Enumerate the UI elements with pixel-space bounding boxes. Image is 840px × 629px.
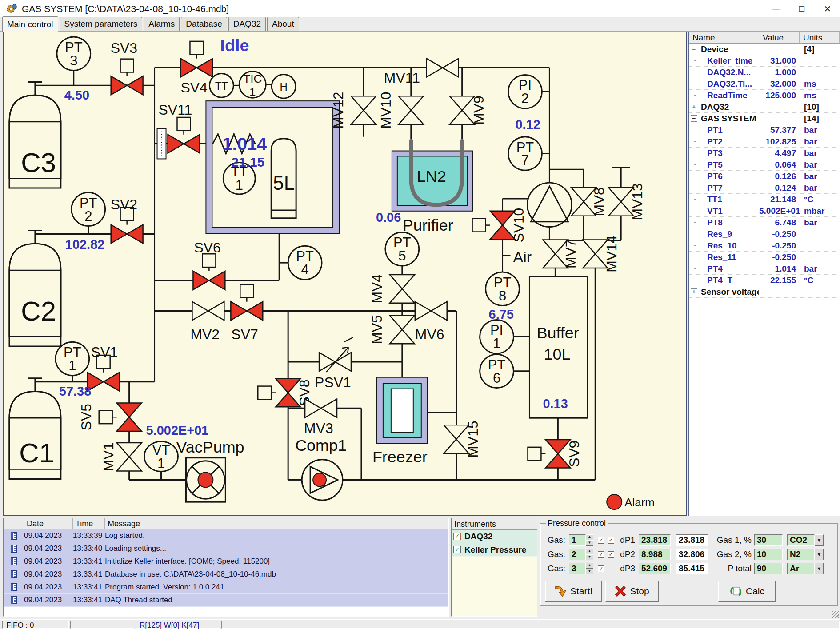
tree-row-daq32[interactable]: +DAQ32[10] bbox=[689, 101, 840, 113]
instrument-item-keller-pressure[interactable]: ✓Keller Pressure bbox=[452, 543, 537, 557]
gas1-select-arrow-icon[interactable]: ▼ bbox=[815, 534, 824, 546]
calc-button[interactable]: Calc bbox=[718, 581, 776, 602]
instrument-pt7[interactable]: PT7 bbox=[508, 137, 542, 171]
minimize-button[interactable]: — bbox=[763, 0, 789, 17]
instrument-item-daq32[interactable]: ✓DAQ32 bbox=[452, 530, 537, 543]
gas1-spin-up[interactable]: ▲ bbox=[586, 534, 593, 540]
gas2-checkbox-a[interactable]: ✓ bbox=[598, 551, 604, 558]
tree-row-readtime[interactable]: ReadTime125.000ms bbox=[689, 90, 840, 101]
tab-daq32[interactable]: DAQ32 bbox=[228, 17, 266, 31]
ptotal-field[interactable]: 90 bbox=[754, 563, 783, 574]
log-row[interactable]: 09.04.202313:33:41DAQ Thread started bbox=[4, 594, 448, 607]
dp3-readback-field[interactable]: 85.415 bbox=[676, 563, 708, 574]
instrument-checkbox[interactable]: ✓ bbox=[453, 533, 461, 540]
tree-row-sensor-voltage[interactable]: +Sensor voltage bbox=[689, 286, 840, 298]
tree-column-units[interactable]: Units bbox=[800, 32, 840, 44]
valve-mv12[interactable]: MV12 bbox=[330, 92, 376, 128]
gas2-spin-down[interactable]: ▼ bbox=[586, 554, 593, 560]
tree-row-daq32-ti-[interactable]: DAQ32.Ti...32.000ms bbox=[689, 78, 840, 90]
valve-mv15[interactable]: MV15 bbox=[444, 421, 481, 457]
gas2-select[interactable]: N2▼ bbox=[787, 549, 824, 560]
instrument-tic1[interactable]: TIC1 bbox=[239, 72, 266, 99]
resize-grip[interactable] bbox=[832, 611, 839, 618]
valve-mv2[interactable]: MV2 bbox=[190, 302, 224, 343]
instrument-checkbox[interactable]: ✓ bbox=[453, 546, 461, 553]
valve-mv14[interactable]: MV14 bbox=[583, 236, 620, 272]
valve-sv4[interactable]: SV4 bbox=[180, 41, 212, 96]
gas1-select[interactable]: CO2▼ bbox=[787, 534, 824, 546]
dp1-readback-field[interactable]: 23.818 bbox=[676, 534, 708, 546]
dp1-setpoint-field[interactable]: 23.818 bbox=[639, 534, 671, 546]
valve-mv13[interactable]: MV13 bbox=[608, 183, 645, 220]
log-row[interactable]: 09.04.202313:33:41Initialize Keller inte… bbox=[4, 555, 448, 568]
valve-psv1[interactable]: PSV1 bbox=[315, 337, 353, 390]
dp3-setpoint-field[interactable]: 52.609 bbox=[639, 563, 671, 574]
dp2-readback-field[interactable]: 32.806 bbox=[676, 549, 708, 560]
tree-row-gas-system[interactable]: −GAS SYSTEM[14] bbox=[689, 113, 840, 124]
log-column-date[interactable]: Date bbox=[24, 518, 73, 529]
gas2-checkbox-b[interactable]: ✓ bbox=[608, 551, 614, 558]
log-row[interactable]: 09.04.202313:33:41Database in use: C:\DA… bbox=[4, 568, 448, 581]
valve-mv11[interactable]: MV11 bbox=[384, 59, 459, 86]
instrument-pi2[interactable]: PI2 bbox=[508, 75, 542, 108]
gas3-spin-down[interactable]: ▼ bbox=[586, 569, 593, 574]
gas2-spinner[interactable]: 2▲▼ bbox=[569, 549, 593, 560]
tree-row-res-11[interactable]: Res_11-0.250 bbox=[689, 252, 840, 263]
valve-mv10[interactable]: MV10 bbox=[378, 92, 424, 128]
valve-sv2[interactable]: SV2 bbox=[111, 196, 143, 244]
tree-row-pt4[interactable]: PT41.014bar bbox=[689, 263, 840, 275]
start-button[interactable]: Start! bbox=[545, 581, 602, 602]
instrument-pi1[interactable]: PI1 bbox=[480, 320, 514, 353]
alarm-indicator[interactable] bbox=[607, 494, 622, 509]
gas3-spin-up[interactable]: ▲ bbox=[586, 563, 593, 569]
gas2-spin-up[interactable]: ▲ bbox=[586, 549, 593, 554]
valve-mv1[interactable]: MV1 bbox=[100, 442, 142, 471]
tree-row-pt2[interactable]: PT2102.825bar bbox=[689, 136, 840, 148]
close-button[interactable]: ✕ bbox=[815, 0, 840, 17]
collapse-icon[interactable]: − bbox=[691, 115, 697, 122]
tab-main-control[interactable]: Main control bbox=[2, 16, 58, 32]
instrument-pt6[interactable]: PT6 bbox=[480, 354, 514, 388]
gas3-select-arrow-icon[interactable]: ▼ bbox=[815, 563, 824, 574]
tree-row-device[interactable]: −Device[4] bbox=[689, 44, 840, 55]
tree-row-res-9[interactable]: Res_9-0.250 bbox=[689, 228, 840, 240]
tree-row-tt1[interactable]: TT121.148°C bbox=[689, 194, 840, 205]
tree-row-pt5[interactable]: PT50.064bar bbox=[689, 159, 840, 171]
instrument-pt2[interactable]: PT2 bbox=[72, 192, 105, 226]
valve-mv8[interactable]: MV8 bbox=[571, 187, 607, 216]
valve-sv10[interactable]: SV10 bbox=[472, 208, 527, 243]
valve-sv8[interactable]: SV8 bbox=[258, 379, 312, 407]
tree-row-pt4-t[interactable]: PT4_T22.155°C bbox=[689, 275, 840, 286]
instrument-tt[interactable]: TT bbox=[209, 73, 233, 97]
instrument-pt1[interactable]: PT1 bbox=[56, 342, 89, 376]
valve-mv5[interactable]: MV5 bbox=[369, 315, 415, 344]
tree-row-pt7[interactable]: PT70.124bar bbox=[689, 182, 840, 194]
tree-column-value[interactable]: Value bbox=[759, 32, 800, 44]
gas1-checkbox-b[interactable]: ✓ bbox=[608, 537, 614, 544]
expand-icon[interactable]: + bbox=[691, 288, 697, 295]
valve-mv3[interactable]: MV3 bbox=[304, 399, 337, 436]
tab-alarms[interactable]: Alarms bbox=[144, 17, 180, 31]
tree-row-daq32-n-[interactable]: DAQ32.N...1.000 bbox=[689, 67, 840, 78]
instrument-pt5[interactable]: PT5 bbox=[385, 232, 419, 266]
dp2-setpoint-field[interactable]: 8.988 bbox=[639, 549, 671, 560]
gas3-select[interactable]: Ar▼ bbox=[787, 563, 824, 574]
collapse-icon[interactable]: − bbox=[691, 46, 697, 52]
instrument-h[interactable]: H bbox=[272, 74, 296, 98]
tree-row-keller-time[interactable]: Keller_time31.000 bbox=[689, 55, 840, 67]
log-column-time[interactable]: Time bbox=[73, 518, 105, 529]
tree-row-vt1[interactable]: VT15.002E+01mbar bbox=[689, 205, 840, 217]
valve-mv7[interactable]: MV7 bbox=[543, 240, 579, 268]
tree-row-pt6[interactable]: PT60.126bar bbox=[689, 171, 840, 182]
valve-sv1[interactable]: SV1 bbox=[88, 344, 120, 391]
log-row[interactable]: 09.04.202313:33:41Program started. Versi… bbox=[4, 581, 448, 594]
instrument-pt4[interactable]: PT4 bbox=[288, 246, 322, 280]
valve-mv9[interactable]: MV9 bbox=[450, 96, 487, 124]
gas3-spinner[interactable]: 3▲▼ bbox=[569, 563, 593, 574]
tree-row-pt1[interactable]: PT157.377bar bbox=[689, 124, 840, 136]
gas2-select-arrow-icon[interactable]: ▼ bbox=[815, 549, 824, 560]
gas1-spin-down[interactable]: ▼ bbox=[586, 540, 593, 546]
valve-sv7[interactable]: SV7 bbox=[231, 284, 263, 342]
valve-sv5[interactable]: SV5 bbox=[78, 403, 142, 431]
instrument-vt1[interactable]: VT1 bbox=[144, 441, 178, 472]
